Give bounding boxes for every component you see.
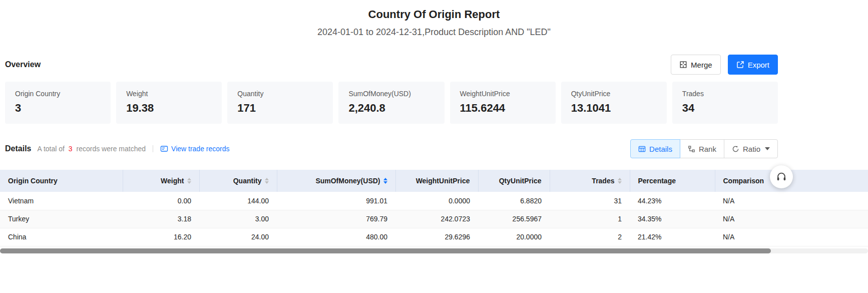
table-cell: 991.01: [277, 192, 395, 210]
export-button[interactable]: Export: [728, 55, 778, 75]
headset-icon: [776, 171, 787, 182]
column-header-label: Weight: [161, 177, 184, 185]
stat-card-value: 115.6244: [460, 102, 546, 115]
table-header-row: Origin CountryWeightQuantitySumOfMoney(U…: [0, 170, 868, 192]
column-header-origin-country: Origin Country: [0, 170, 123, 192]
table-cell: 24.00: [199, 228, 277, 246]
table-cell: 6.8820: [478, 192, 550, 210]
records-count: 3: [69, 145, 73, 153]
stat-card-quantity: Quantity 171: [227, 82, 333, 124]
scrollbar-thumb[interactable]: [0, 248, 771, 253]
stat-card-label: WeightUnitPrice: [460, 90, 546, 98]
tab-rank-label: Rank: [699, 145, 716, 153]
table-cell: 34.35%: [630, 210, 715, 228]
stat-card-value: 2,240.8: [348, 102, 434, 115]
details-section-title: Details: [5, 144, 31, 153]
column-header-sumofmoney-usd[interactable]: SumOfMoney(USD): [277, 170, 395, 192]
table-cell: 2: [550, 228, 630, 246]
table-cell: 1: [550, 210, 630, 228]
horizontal-scrollbar[interactable]: [0, 248, 868, 253]
caret-down-icon: [765, 147, 770, 150]
column-header-label: Origin Country: [8, 177, 58, 185]
table-cell: Vietnam: [0, 192, 123, 210]
stat-card-value: 3: [15, 102, 101, 115]
details-bar: Details A total of 3 records were matche…: [5, 139, 778, 159]
tab-ratio[interactable]: Ratio: [724, 139, 778, 158]
sort-icon[interactable]: [187, 178, 191, 184]
stat-card-label: Quantity: [237, 90, 323, 98]
stat-card-value: 13.1041: [571, 102, 657, 115]
stat-card-label: Origin Country: [15, 90, 101, 98]
table-cell: Turkey: [0, 210, 123, 228]
table-row[interactable]: Vietnam0.00144.00991.010.00006.88203144.…: [0, 192, 868, 210]
report-subtitle: 2024-01-01 to 2024-12-31,Product Descrip…: [0, 27, 868, 38]
stat-card-label: SumOfMoney(USD): [348, 90, 434, 98]
column-header-quantity[interactable]: Quantity: [199, 170, 277, 192]
table-cell: 21.42%: [630, 228, 715, 246]
tab-details-label: Details: [649, 145, 672, 153]
vertical-divider: [153, 145, 153, 152]
column-header-percentage: Percentage: [630, 170, 715, 192]
rank-flow-icon: [688, 145, 695, 153]
sync-circle-icon: [732, 145, 739, 153]
table-row[interactable]: Turkey3.183.00769.79242.0723256.5967134.…: [0, 210, 868, 228]
stat-card-trades: Trades 34: [672, 82, 778, 124]
overview-actions: Merge Export: [671, 55, 778, 75]
sort-icon[interactable]: [383, 178, 387, 184]
merge-button[interactable]: Merge: [671, 55, 721, 75]
table-cell: 480.00: [277, 228, 395, 246]
table-cell: 0.0000: [395, 192, 478, 210]
stat-card-value: 19.38: [126, 102, 212, 115]
column-header-weight[interactable]: Weight: [123, 170, 199, 192]
column-header-trades[interactable]: Trades: [550, 170, 630, 192]
external-link-icon: [736, 61, 744, 69]
tab-rank[interactable]: Rank: [680, 139, 724, 158]
stat-card-label: Trades: [682, 90, 768, 98]
table-cell: 29.6296: [395, 228, 478, 246]
table-cell: 3.00: [199, 210, 277, 228]
view-trade-records-link[interactable]: View trade records: [160, 145, 229, 153]
table-body: Vietnam0.00144.00991.010.00006.88203144.…: [0, 192, 868, 246]
table-cell: 20.0000: [478, 228, 550, 246]
table-cell: N/A: [715, 210, 868, 228]
table-row[interactable]: China16.2024.00480.0029.629620.0000221.4…: [0, 228, 868, 246]
page: Country Of Origin Report 2024-01-01 to 2…: [0, 0, 868, 253]
sort-icon[interactable]: [618, 178, 622, 184]
column-header-label: Percentage: [638, 177, 676, 185]
stat-card-weightunitprice: WeightUnitPrice 115.6244: [450, 82, 556, 124]
column-header-weightunitprice: WeightUnitPrice: [395, 170, 478, 192]
tab-details[interactable]: Details: [630, 139, 680, 158]
table-cell: N/A: [715, 192, 868, 210]
stat-card-label: QtyUnitPrice: [571, 90, 657, 98]
column-header-qtyunitprice: QtyUnitPrice: [478, 170, 550, 192]
table-cell: N/A: [715, 228, 868, 246]
overview-section-title: Overview: [5, 60, 41, 69]
table-cell: China: [0, 228, 123, 246]
export-button-label: Export: [748, 61, 769, 69]
details-table: Origin CountryWeightQuantitySumOfMoney(U…: [0, 170, 868, 246]
stat-card-value: 171: [237, 102, 323, 115]
column-header-label: QtyUnitPrice: [499, 177, 542, 185]
support-float-button[interactable]: [770, 165, 793, 188]
records-summary: A total of 3 records were matched: [37, 145, 146, 153]
table-grid-icon: [638, 145, 646, 153]
column-header-label: Quantity: [233, 177, 262, 185]
stat-card-value: 34: [682, 102, 768, 115]
stat-card-origin-country: Origin Country 3: [5, 82, 111, 124]
column-header-label: SumOfMoney(USD): [315, 177, 380, 185]
table-cell: 769.79: [277, 210, 395, 228]
view-trade-records-label: View trade records: [171, 145, 229, 153]
overview-cards: Origin Country 3 Weight 19.38 Quantity 1…: [5, 82, 778, 124]
merge-button-label: Merge: [691, 61, 712, 69]
column-header-label: WeightUnitPrice: [416, 177, 470, 185]
tab-ratio-label: Ratio: [743, 145, 760, 153]
stat-card-weight: Weight 19.38: [116, 82, 222, 124]
column-header-label: Comparison: [723, 177, 764, 185]
stat-card-label: Weight: [126, 90, 212, 98]
merge-cells-icon: [679, 61, 687, 69]
table-cell: 242.0723: [395, 210, 478, 228]
trade-record-icon: [160, 145, 168, 153]
table-cell: 31: [550, 192, 630, 210]
table-cell: 256.5967: [478, 210, 550, 228]
sort-icon[interactable]: [265, 178, 269, 184]
